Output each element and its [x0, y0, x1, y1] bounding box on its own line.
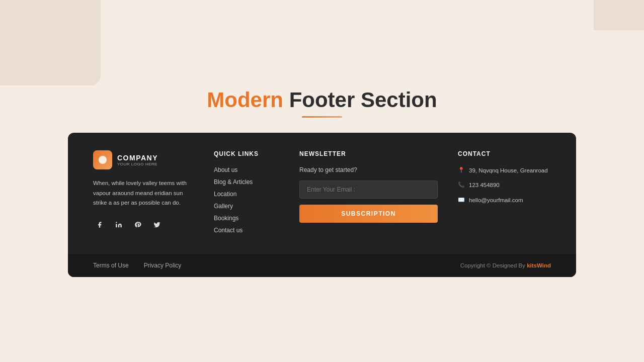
- quick-links-list: About usBlog & ArticlesLocationGalleryBo…: [214, 166, 279, 234]
- company-name: COMPANY: [117, 154, 158, 162]
- newsletter-heading: NEWSLETTER: [299, 150, 438, 157]
- svg-rect-0: [116, 224, 117, 227]
- logo-text-block: COMPANY YOUR LOGO HERE: [117, 154, 158, 166]
- contact-phone: 123 454890: [469, 181, 500, 190]
- company-column: COMPANY YOUR LOGO HERE When, while lovel…: [93, 150, 194, 239]
- copyright-prefix: Copyright © Designed By: [460, 262, 527, 268]
- contact-heading: CONTACT: [458, 150, 551, 157]
- bg-decoration-left: [0, 0, 101, 85]
- svg-point-1: [116, 222, 117, 223]
- newsletter-column: NEWSLETTER Ready to get started? SUBSCRI…: [299, 150, 438, 239]
- linkedin-icon[interactable]: [112, 218, 125, 231]
- bg-decoration-right: [594, 0, 644, 30]
- quick-links-column: QUICK LINKS About usBlog & ArticlesLocat…: [214, 150, 279, 239]
- social-icons: [93, 218, 194, 231]
- quick-link-item[interactable]: Location: [214, 191, 279, 198]
- copyright-text: Copyright © Designed By kitsWind: [460, 262, 551, 268]
- title-rest: Footer Section: [283, 88, 437, 112]
- email-icon: ✉️: [458, 197, 465, 203]
- footer-bottom-bar: Terms of Use Privacy Policy Copyright © …: [68, 254, 576, 277]
- phone-icon: 📞: [458, 182, 465, 188]
- title-highlight: Modern: [207, 88, 283, 112]
- pinterest-icon[interactable]: [131, 218, 144, 231]
- footer-main: COMPANY YOUR LOGO HERE When, while lovel…: [68, 133, 576, 254]
- company-description: When, while lovely valley teems with vap…: [93, 178, 194, 208]
- location-icon: 📍: [458, 167, 465, 173]
- contact-address-item: 📍 39, Nqvqnq House, Greanroad: [458, 166, 551, 175]
- subscribe-button[interactable]: SUBSCRIPTION: [299, 205, 438, 223]
- contact-email-item: ✉️ hello@yourfmail.com: [458, 196, 551, 205]
- quick-link-item[interactable]: Contact us: [214, 227, 279, 234]
- page-title: Modern Footer Section: [0, 88, 644, 112]
- company-tagline: YOUR LOGO HERE: [117, 162, 158, 166]
- terms-of-use-link[interactable]: Terms of Use: [93, 262, 129, 269]
- twitter-icon[interactable]: [150, 218, 164, 231]
- footer-wrapper: COMPANY YOUR LOGO HERE When, while lovel…: [68, 133, 576, 277]
- quick-link-item[interactable]: Gallery: [214, 203, 279, 210]
- quick-link-item[interactable]: Bookings: [214, 215, 279, 222]
- facebook-icon[interactable]: [93, 218, 106, 231]
- contact-phone-item: 📞 123 454890: [458, 181, 551, 190]
- quick-link-item[interactable]: About us: [214, 166, 279, 173]
- quick-links-heading: QUICK LINKS: [214, 150, 279, 157]
- email-input[interactable]: [299, 180, 438, 199]
- contact-email: hello@yourfmail.com: [469, 196, 523, 205]
- contact-address: 39, Nqvqnq House, Greanroad: [469, 166, 548, 175]
- privacy-policy-link[interactable]: Privacy Policy: [144, 262, 182, 269]
- title-underline: [302, 116, 342, 118]
- footer-bottom-links: Terms of Use Privacy Policy: [93, 262, 181, 269]
- logo-icon: [93, 150, 112, 169]
- newsletter-prompt: Ready to get started?: [299, 166, 438, 173]
- quick-link-item[interactable]: Blog & Articles: [214, 178, 279, 186]
- company-logo: COMPANY YOUR LOGO HERE: [93, 150, 194, 169]
- copyright-brand: kitsWind: [527, 262, 551, 268]
- contact-column: CONTACT 📍 39, Nqvqnq House, Greanroad 📞 …: [458, 150, 551, 239]
